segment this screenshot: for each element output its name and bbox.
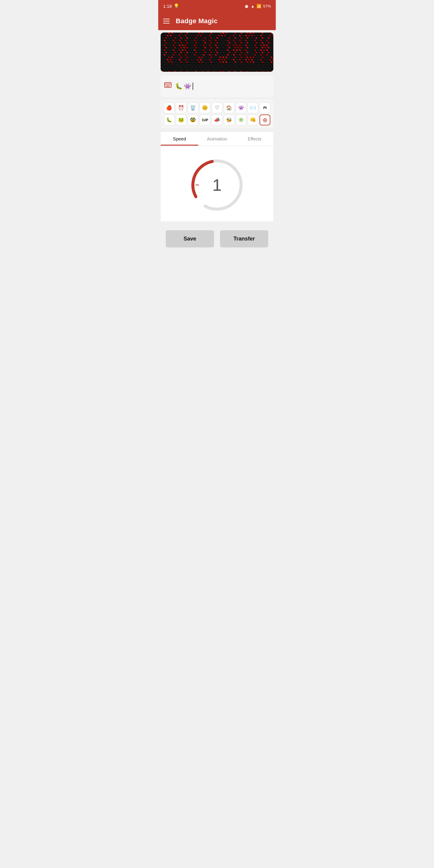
input-area[interactable]: 🐛 👾 [161,75,273,97]
emoji-house[interactable]: 🏠 [224,102,235,113]
light-icon: 💡 [174,3,179,9]
svg-rect-8 [167,85,168,85]
emoji-bug1[interactable]: 🐛 [164,115,175,125]
emoji-add-button[interactable]: ⊕ [259,115,270,125]
alarm-icon: ⏰ [244,4,249,8]
text-input-display[interactable]: 🐛 👾 [175,83,270,90]
save-button[interactable]: Save [166,230,214,247]
input-emoji-2: 👾 [184,83,191,90]
transfer-button[interactable]: Transfer [220,230,268,247]
keyboard-icon[interactable] [164,82,172,90]
tab-animation[interactable]: Animation [198,132,236,146]
emoji-mail[interactable]: ✉️ [247,102,258,113]
bottom-buttons: Save Transfer [163,230,271,247]
emoji-invader[interactable]: 👾 [236,102,247,113]
text-cursor [193,83,193,90]
tabs: Speed Animation Effects [161,132,273,146]
app-bar: Badge Magic [158,12,276,30]
emoji-frog[interactable]: 🐸 [176,115,187,125]
emoji-fist[interactable]: 👊 [247,115,258,125]
emoji-clock[interactable]: ⏰ [176,102,187,113]
tab-speed[interactable]: Speed [161,132,198,146]
menu-button[interactable] [163,19,170,24]
tab-effects[interactable]: Effects [236,132,273,146]
status-bar: 1:18 💡 ⏰ ▲ 📶 57% [158,0,276,12]
app-title: Badge Magic [176,17,218,25]
status-time: 1:18 [163,4,172,9]
emoji-apple[interactable]: 🍎 [164,102,175,113]
emoji-grid: 🍎 ⏰ 🗑️ 😊 ♡ 🏠 👾 ✉️ 🎮 🐛 🐸 🥸 1UP 📣 🐝 ✳️ 👊 ⊕ [161,99,273,128]
svg-rect-2 [166,84,167,84]
svg-rect-9 [169,85,170,85]
emoji-1up2[interactable]: 1UP [199,115,210,125]
led-canvas [161,33,273,72]
svg-rect-10 [170,85,170,85]
svg-rect-5 [170,84,170,84]
gauge-value: 1 [212,175,221,195]
emoji-face[interactable]: 😊 [199,102,210,113]
emoji-bug2[interactable]: 🐝 [224,115,235,125]
status-right: ⏰ ▲ 📶 57% [244,4,271,8]
led-preview [161,33,273,72]
svg-rect-6 [165,85,166,85]
emoji-sun[interactable]: ✳️ [236,115,247,125]
wifi-icon: ▲ [251,4,255,8]
emoji-heart[interactable]: ♡ [212,102,222,113]
svg-rect-7 [166,85,167,85]
battery-text: 57% [263,4,271,8]
svg-rect-4 [169,84,170,84]
input-emoji-1: 🐛 [175,83,183,90]
gauge-minus-icon: − [195,181,199,189]
emoji-mustache[interactable]: 🥸 [188,115,198,125]
speed-gauge[interactable]: − 1 [187,155,247,215]
emoji-trash[interactable]: 🗑️ [188,102,198,113]
svg-rect-11 [166,86,170,87]
emoji-1up[interactable]: 🎮 [259,102,270,113]
emoji-megaphone[interactable]: 📣 [212,115,222,125]
svg-rect-3 [167,84,168,84]
status-time-area: 1:18 💡 [163,3,179,9]
svg-rect-1 [165,84,166,84]
signal-icon: 📶 [256,4,261,8]
speed-section: − 1 [161,146,273,221]
